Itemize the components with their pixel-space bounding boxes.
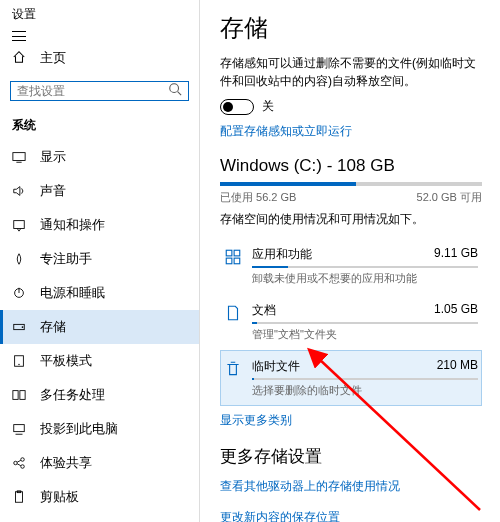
search-icon [168, 82, 182, 100]
svg-rect-28 [234, 258, 240, 264]
svg-rect-12 [20, 391, 25, 400]
page-title: 存储 [220, 12, 482, 44]
sidebar-item-remote[interactable]: 远程桌面 [0, 514, 199, 522]
tablet-icon [12, 354, 26, 368]
sidebar-item-multitask[interactable]: 多任务处理 [0, 378, 199, 412]
main-panel: 存储 存储感知可以通过删除不需要的文件(例如临时文件和回收站中的内容)自动释放空… [200, 0, 500, 522]
trash-icon [224, 358, 242, 382]
sidebar: 设置 主页 系统 显示 声音 通知和操作 [0, 0, 200, 522]
svg-rect-26 [234, 250, 240, 256]
sidebar-item-clipboard[interactable]: 剪贴板 [0, 480, 199, 514]
sidebar-item-shared[interactable]: 体验共享 [0, 446, 199, 480]
search-input[interactable] [10, 81, 189, 101]
menu-icon[interactable] [12, 31, 26, 41]
drive-title: Windows (C:) - 108 GB [220, 156, 482, 176]
display-icon [12, 150, 26, 164]
sidebar-item-tablet[interactable]: 平板模式 [0, 344, 199, 378]
svg-line-1 [178, 92, 182, 96]
free-label: 52.0 GB 可用 [417, 190, 482, 205]
power-icon [12, 286, 26, 300]
svg-point-10 [18, 364, 19, 365]
storage-icon [12, 320, 26, 334]
used-label: 已使用 56.2 GB [220, 190, 296, 205]
apps-icon [224, 246, 242, 270]
more-link-save-location[interactable]: 更改新内容的保存位置 [220, 509, 482, 522]
sidebar-item-power[interactable]: 电源和睡眠 [0, 276, 199, 310]
svg-rect-25 [226, 250, 232, 256]
category-documents[interactable]: 文档1.05 GB 管理"文档"文件夹 [220, 294, 482, 350]
section-label: 系统 [0, 111, 199, 140]
storage-sense-toggle[interactable] [220, 99, 254, 115]
svg-point-16 [21, 465, 25, 469]
notification-icon [12, 218, 26, 232]
more-link-other-drives[interactable]: 查看其他驱动器上的存储使用情况 [220, 478, 482, 495]
category-temp[interactable]: 临时文件210 MB 选择要删除的临时文件 [220, 350, 482, 406]
sidebar-item-display[interactable]: 显示 [0, 140, 199, 174]
svg-point-0 [170, 84, 179, 93]
svg-point-15 [21, 458, 25, 462]
sidebar-item-sound[interactable]: 声音 [0, 174, 199, 208]
share-icon [12, 456, 26, 470]
home-button[interactable]: 主页 [0, 41, 199, 75]
sidebar-item-project[interactable]: 投影到此电脑 [0, 412, 199, 446]
clipboard-icon [12, 490, 26, 504]
more-settings-title: 更多存储设置 [220, 445, 482, 468]
configure-link[interactable]: 配置存储感知或立即运行 [220, 123, 482, 140]
multitask-icon [12, 388, 26, 402]
svg-point-14 [14, 461, 18, 465]
svg-rect-11 [13, 391, 18, 400]
svg-rect-2 [13, 153, 25, 161]
svg-rect-4 [14, 221, 25, 229]
document-icon [224, 302, 242, 326]
storage-sense-desc: 存储感知可以通过删除不需要的文件(例如临时文件和回收站中的内容)自动释放空间。 [220, 54, 482, 90]
sidebar-item-storage[interactable]: 存储 [0, 310, 199, 344]
search-field[interactable] [17, 84, 168, 98]
home-icon [12, 50, 26, 67]
svg-line-18 [17, 464, 21, 466]
sound-icon [12, 184, 26, 198]
sidebar-item-focus[interactable]: 专注助手 [0, 242, 199, 276]
project-icon [12, 422, 26, 436]
show-more-link[interactable]: 显示更多类别 [220, 412, 482, 429]
focus-icon [12, 252, 26, 266]
window-title: 设置 [12, 6, 36, 23]
svg-line-17 [17, 460, 21, 462]
drive-usage-bar [220, 182, 482, 186]
svg-point-8 [22, 326, 24, 328]
category-apps[interactable]: 应用和功能9.11 GB 卸载未使用或不想要的应用和功能 [220, 238, 482, 294]
usage-desc: 存储空间的使用情况和可用情况如下。 [220, 211, 482, 228]
sidebar-item-notifications[interactable]: 通知和操作 [0, 208, 199, 242]
home-label: 主页 [40, 49, 66, 67]
toggle-label: 关 [262, 98, 274, 115]
svg-rect-19 [16, 492, 23, 503]
svg-rect-27 [226, 258, 232, 264]
svg-rect-13 [14, 425, 25, 432]
